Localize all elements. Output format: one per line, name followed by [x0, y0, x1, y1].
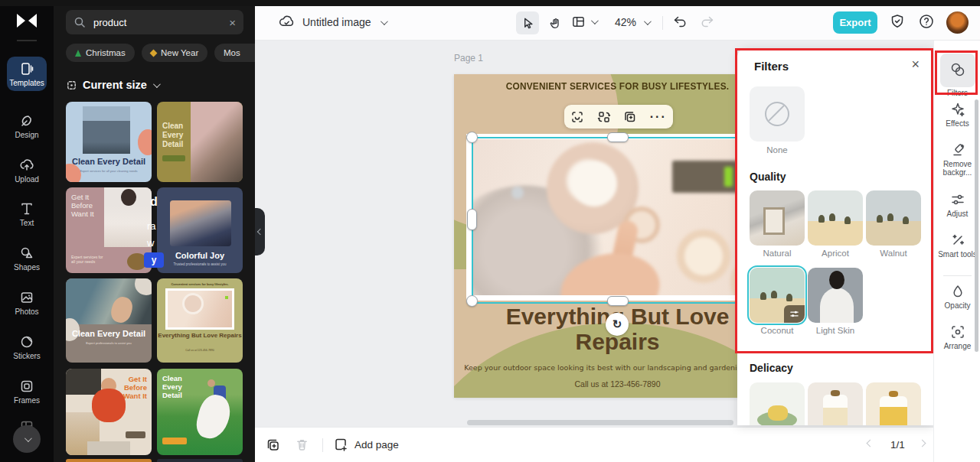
filter-delicacy-3[interactable] [866, 382, 921, 425]
tool-smart-tools[interactable]: Smart tools [934, 233, 980, 259]
sidebar-item-shapes[interactable]: Shapes [0, 246, 54, 272]
select-tool-button[interactable] [516, 11, 539, 34]
filter-delicacy-2[interactable] [808, 382, 863, 425]
sidebar-item-templates[interactable]: Templates [7, 57, 47, 91]
duplicate-icon[interactable] [623, 110, 637, 124]
rotate-handle[interactable]: ↻ [606, 313, 629, 336]
decor-figure [194, 392, 234, 442]
sidebar-item-label: Shapes [0, 263, 54, 272]
overlay-fragment-button[interactable]: y [144, 252, 164, 268]
adjust-icon [950, 192, 965, 207]
chip-label: New Year [161, 48, 198, 57]
main-sidebar: Templates Design Upload Text Shapes Phot… [0, 0, 54, 462]
canvas-size-dropdown[interactable] [571, 15, 596, 29]
tool-opacity[interactable]: Opacity [934, 284, 980, 310]
tool-label: Arrange [944, 342, 972, 350]
canvas-subtext[interactable]: Keep your outdoor space looking its best… [454, 363, 781, 372]
template-card[interactable]: Clean Every Detail Expert professionals … [66, 278, 152, 363]
delete-page-icon[interactable] [295, 438, 309, 452]
add-page-button[interactable]: Add page [333, 437, 399, 452]
template-card-current[interactable]: Convenient services for busy lifestyles.… [157, 278, 243, 363]
chip-most[interactable]: Mos [214, 44, 255, 62]
template-card[interactable]: Get It Before Want It [66, 369, 152, 455]
templates-panel: × Christmas New Year Mos Current size Cl… [54, 0, 255, 462]
sidebar-item-upload[interactable]: Upload [0, 158, 54, 184]
chip-christmas[interactable]: Christmas [66, 44, 135, 62]
smart-tools-icon [950, 233, 965, 248]
filter-natural[interactable] [750, 190, 805, 246]
filter-label: Apricot [808, 249, 863, 258]
sidebar-item-text[interactable]: Text [0, 201, 54, 227]
close-icon[interactable]: × [911, 57, 920, 73]
filter-label: Coconut [750, 326, 805, 335]
sidebar-item-photos[interactable]: Photos [0, 290, 54, 316]
more-options-icon[interactable]: ··· [650, 110, 667, 124]
template-photo [83, 106, 130, 154]
next-page-button[interactable] [920, 441, 925, 446]
undo-button[interactable] [672, 14, 688, 29]
filters-icon [949, 61, 966, 78]
sidebar-item-frames[interactable]: Frames [0, 379, 54, 405]
vertical-scrollbar[interactable] [975, 99, 978, 352]
document-title-dropdown[interactable]: Untitled image [302, 16, 386, 28]
selection-handle-top-left[interactable] [466, 132, 478, 143]
help-icon[interactable] [918, 13, 935, 30]
filter-walnut[interactable] [866, 190, 921, 246]
template-card-partial[interactable] [66, 459, 152, 462]
tool-label: Remove backgr... [943, 160, 972, 177]
chip-new-year[interactable]: New Year [142, 44, 207, 62]
redo-button[interactable] [700, 14, 715, 29]
template-card[interactable]: Clean Every Detail Expert services for a… [66, 102, 152, 182]
filter-light-skin[interactable] [808, 268, 863, 323]
prev-page-button[interactable] [867, 441, 873, 446]
sidebar-item-design[interactable]: Design [0, 113, 54, 139]
horizontal-scrollbar[interactable] [467, 420, 733, 425]
export-button[interactable]: Export [833, 11, 877, 34]
duplicate-page-icon[interactable] [266, 438, 281, 453]
user-avatar[interactable] [946, 11, 969, 34]
canvas-headline-text[interactable]: CONVENIENT SERVICES FOR BUSY LIFESTYLES. [462, 81, 773, 92]
template-badge [162, 438, 187, 444]
template-card[interactable]: Get It Before Want It Expert services fo… [66, 187, 152, 273]
filter-apricot[interactable] [808, 190, 863, 246]
selection-handle-bottom-left[interactable] [466, 295, 478, 307]
chevron-down-icon [24, 434, 31, 442]
sidebar-item-stickers[interactable]: Stickers [0, 334, 54, 360]
add-page-icon [333, 437, 348, 452]
tool-arrange[interactable]: Arrange [934, 324, 980, 350]
filter-delicacy-1[interactable] [750, 382, 805, 425]
template-title: Clean Every Detail [162, 374, 193, 399]
current-size-dropdown[interactable]: Current size [66, 79, 158, 91]
sidebar-collapse-button[interactable] [13, 425, 41, 453]
filter-coconut-selected[interactable] [750, 268, 805, 323]
filter-none[interactable] [750, 86, 805, 142]
tool-effects[interactable]: Effects [934, 102, 980, 128]
replace-icon[interactable] [597, 110, 611, 124]
panel-collapse-tab[interactable] [255, 208, 265, 255]
template-button [126, 431, 145, 438]
hand-tool-button[interactable] [544, 11, 567, 34]
template-card[interactable]: Clean Every Detail [157, 102, 243, 182]
tool-filters[interactable]: Filters [934, 54, 980, 97]
smart-cutout-icon[interactable] [570, 110, 584, 124]
zoom-dropdown[interactable]: 42% [615, 16, 649, 28]
selection-handle-left[interactable] [467, 209, 477, 230]
template-card[interactable]: Colorful Joy Trusted professionals to as… [157, 187, 243, 273]
filter-adjust-badge[interactable] [784, 305, 805, 323]
search-input[interactable] [92, 16, 225, 29]
canvas-phone-text[interactable]: Call us at 123-456-7890 [454, 379, 781, 389]
template-title: Colorful Joy [157, 251, 243, 260]
tool-remove-background[interactable]: Remove backgr... [934, 142, 980, 177]
shield-check-icon[interactable] [889, 13, 906, 30]
template-card[interactable]: Clean Every Detail [157, 369, 243, 455]
template-card-partial[interactable] [157, 459, 243, 462]
template-photo [170, 200, 231, 246]
selection-handle-top[interactable] [607, 132, 629, 142]
cloud-save-icon[interactable] [278, 14, 296, 31]
capcut-logo-icon[interactable] [15, 11, 39, 31]
chip-label: Christmas [86, 48, 126, 57]
decor-laptop [87, 441, 130, 455]
selection-handle-bottom[interactable] [607, 296, 629, 306]
search-clear-icon[interactable]: × [229, 16, 236, 29]
tool-adjust[interactable]: Adjust [934, 192, 980, 218]
